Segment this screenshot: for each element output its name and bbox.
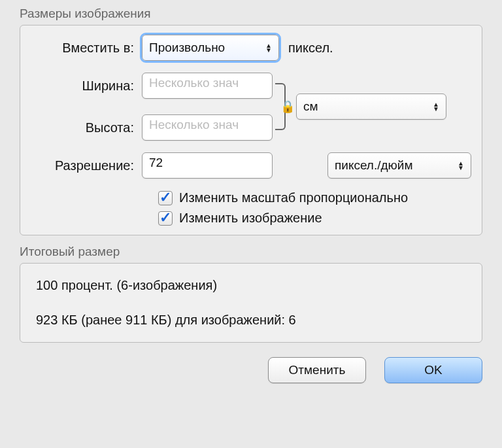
link-bracket: 🔒 <box>274 78 292 135</box>
resolution-unit-value: пиксел./дюйм <box>335 158 413 173</box>
fit-value: Произвольно <box>149 41 225 55</box>
resolution-unit-select[interactable]: пиксел./дюйм ▲▼ <box>327 152 471 179</box>
updown-icon: ▲▼ <box>458 161 464 170</box>
width-label: Ширина: <box>31 78 142 94</box>
dim-unit-select[interactable]: см ▲▼ <box>296 94 446 120</box>
image-dimensions-title: Размеры изображения <box>20 7 482 21</box>
scale-proportional-checkbox[interactable] <box>158 191 173 205</box>
fit-label: Вместить в: <box>31 41 142 56</box>
height-input[interactable]: Несколько знач <box>142 114 273 141</box>
width-height-stack: Ширина: Несколько знач Высота: Несколько… <box>31 73 471 141</box>
resolution-row: Разрешение: 72 пиксел./дюйм ▲▼ <box>31 152 471 179</box>
lock-icon[interactable]: 🔒 <box>280 99 295 114</box>
fit-row: Вместить в: Произвольно ▲▼ пиксел. <box>31 35 471 61</box>
resolution-label: Разрешение: <box>31 158 142 173</box>
result-line-1: 100 процент. (6-изображения) <box>36 278 466 293</box>
result-group: 100 процент. (6-изображения) 923 КБ (ран… <box>20 263 482 343</box>
resample-row: Изменить изображение <box>158 211 471 226</box>
fit-select[interactable]: Произвольно ▲▼ <box>142 35 279 61</box>
updown-icon: ▲▼ <box>433 102 439 111</box>
resample-label: Изменить изображение <box>179 211 322 226</box>
resample-checkbox[interactable] <box>158 211 173 226</box>
scale-proportional-row: Изменить масштаб пропорционально <box>158 190 471 205</box>
image-dimensions-group: Вместить в: Произвольно ▲▼ пиксел. Ширин… <box>20 25 482 235</box>
updown-icon: ▲▼ <box>265 43 272 52</box>
height-label: Высота: <box>31 120 142 135</box>
width-input[interactable]: Несколько знач <box>142 73 273 99</box>
scale-proportional-label: Изменить масштаб пропорционально <box>179 190 408 205</box>
fit-unit-note: пиксел. <box>288 41 333 56</box>
resolution-input[interactable]: 72 <box>142 152 273 179</box>
cancel-button[interactable]: Отменить <box>268 357 366 383</box>
ok-button[interactable]: OK <box>384 357 482 383</box>
dialog-buttons: Отменить OK <box>20 357 482 383</box>
result-title: Итоговый размер <box>20 245 482 259</box>
result-line-2: 923 КБ (ранее 911 КБ) для изображений: 6 <box>36 313 466 328</box>
dim-unit-value: см <box>303 99 318 114</box>
